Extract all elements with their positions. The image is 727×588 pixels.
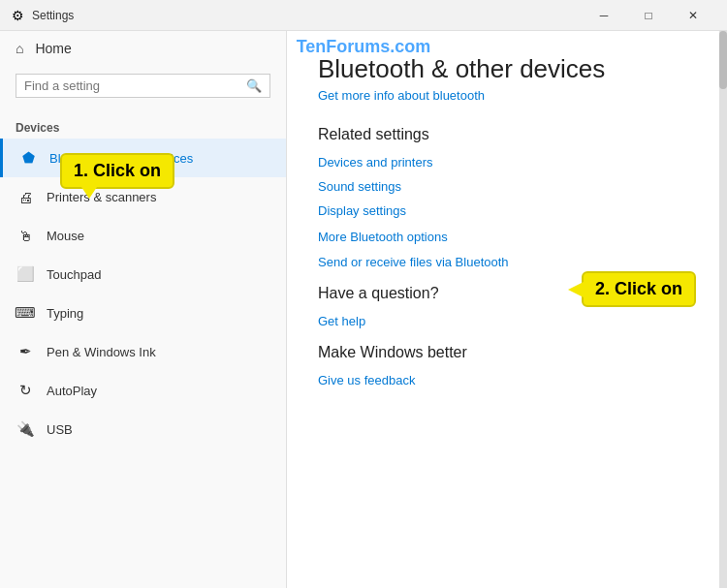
sidebar-item-pen[interactable]: ✒ Pen & Windows Ink: [0, 332, 286, 371]
content-area: ⌂ Home 🔍 Devices ⬟ Bluetooth & other dev…: [0, 31, 727, 588]
mouse-icon: 🖱: [16, 226, 35, 245]
sidebar-item-autoplay-label: AutoPlay: [47, 384, 97, 398]
sidebar-item-typing[interactable]: ⌨ Typing: [0, 294, 286, 332]
sidebar-item-usb[interactable]: 🔌 USB: [0, 410, 286, 449]
search-box[interactable]: 🔍: [16, 74, 270, 98]
search-input[interactable]: [24, 78, 240, 93]
main-content: Bluetooth & other devices Get more info …: [287, 31, 727, 588]
sidebar-item-touchpad[interactable]: ⬜ Touchpad: [0, 255, 286, 294]
touchpad-icon: ⬜: [16, 264, 35, 284]
link-get-help[interactable]: Get help: [318, 314, 696, 328]
callout-1: 1. Click on: [60, 153, 174, 189]
sidebar-item-pen-label: Pen & Windows Ink: [47, 345, 156, 359]
sidebar-item-mouse[interactable]: 🖱 Mouse: [0, 216, 286, 255]
sidebar-item-mouse-label: Mouse: [47, 229, 84, 243]
home-label: Home: [35, 41, 71, 56]
sidebar-item-usb-label: USB: [47, 422, 73, 437]
autoplay-icon: ↻: [16, 381, 35, 400]
scrollbar-thumb[interactable]: [719, 31, 727, 89]
home-icon: ⌂: [16, 41, 23, 56]
link-sound-settings[interactable]: Sound settings: [318, 179, 696, 194]
sidebar-item-printers-label: Printers & scanners: [47, 190, 156, 204]
typing-icon: ⌨: [16, 303, 35, 323]
link-send-receive[interactable]: Send or receive files via Bluetooth: [318, 255, 696, 269]
sidebar-item-typing-label: Typing: [47, 306, 83, 321]
printer-icon: 🖨: [16, 187, 35, 206]
maximize-button[interactable]: □: [626, 0, 671, 31]
sidebar: ⌂ Home 🔍 Devices ⬟ Bluetooth & other dev…: [0, 31, 287, 588]
window-title: Settings: [32, 9, 74, 22]
minimize-button[interactable]: ─: [582, 0, 626, 31]
search-icon: 🔍: [246, 78, 262, 93]
sidebar-section-label: Devices: [0, 113, 286, 139]
close-button[interactable]: ✕: [671, 0, 715, 31]
settings-icon: ⚙: [12, 8, 24, 23]
usb-icon: 🔌: [16, 419, 35, 439]
title-bar: ⚙ Settings ─ □ ✕: [0, 0, 727, 31]
make-better-heading: Make Windows better: [318, 344, 696, 361]
sidebar-item-home[interactable]: ⌂ Home: [0, 31, 286, 66]
pen-icon: ✒: [16, 342, 35, 361]
title-bar-left: ⚙ Settings: [12, 8, 74, 23]
page-title: Bluetooth & other devices: [318, 54, 696, 84]
bluetooth-icon: ⬟: [18, 148, 38, 168]
link-more-bluetooth[interactable]: More Bluetooth options: [318, 230, 448, 244]
title-bar-controls: ─ □ ✕: [582, 0, 715, 31]
link-display-settings[interactable]: Display settings: [318, 203, 696, 218]
settings-window: ⚙ Settings ─ □ ✕ TenForums.com ⌂ Home: [0, 0, 727, 588]
scrollbar[interactable]: [719, 31, 727, 588]
callout-2: 2. Click on: [582, 271, 696, 307]
link-give-feedback[interactable]: Give us feedback: [318, 373, 696, 387]
sidebar-item-autoplay[interactable]: ↻ AutoPlay: [0, 371, 286, 410]
subtitle-link[interactable]: Get more info about bluetooth: [318, 88, 696, 103]
link-devices-printers[interactable]: Devices and printers: [318, 155, 696, 170]
sidebar-item-touchpad-label: Touchpad: [47, 267, 101, 282]
related-settings-heading: Related settings: [318, 126, 696, 143]
